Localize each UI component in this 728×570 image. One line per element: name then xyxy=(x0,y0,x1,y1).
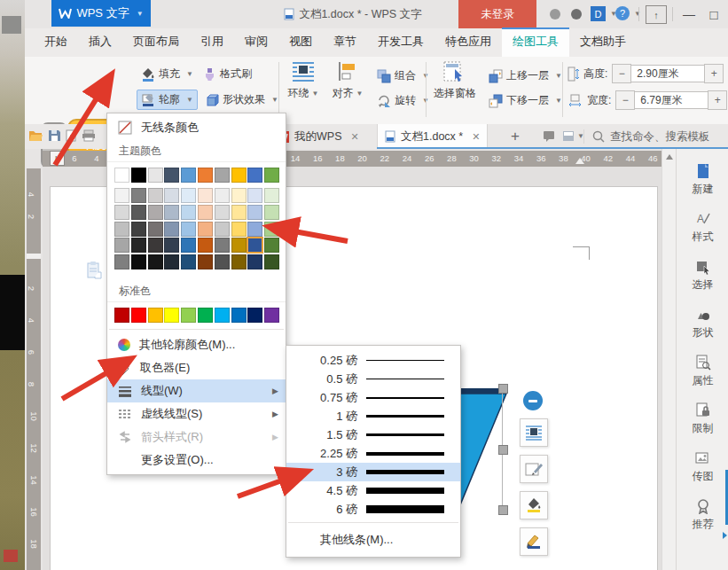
theme-tint-swatch[interactable] xyxy=(215,188,230,203)
menu-tab-章节[interactable]: 章节 xyxy=(323,27,367,57)
theme-tint-swatch[interactable] xyxy=(231,188,247,203)
theme-tint-swatch[interactable] xyxy=(164,254,179,269)
selected-color-swatch[interactable] xyxy=(247,238,262,253)
theme-tint-swatch[interactable] xyxy=(131,188,146,203)
tab-close-icon[interactable]: ✕ xyxy=(350,131,358,143)
sidebar-item-选择[interactable]: 选择 xyxy=(677,259,728,293)
sidebar-item-属性[interactable]: 属性 xyxy=(677,355,728,388)
standard-color-swatch[interactable] xyxy=(181,308,196,323)
theme-tint-swatch[interactable] xyxy=(215,254,230,269)
theme-color-swatch[interactable] xyxy=(215,168,230,183)
float-outline-color-button[interactable] xyxy=(520,527,548,556)
width-increase-button[interactable]: + xyxy=(708,90,727,110)
height-increase-button[interactable]: + xyxy=(704,64,724,83)
send-backward-button[interactable]: 下移一层▼ xyxy=(484,90,567,111)
menu-tab-特色应用[interactable]: 特色应用 xyxy=(434,27,502,57)
theme-tint-swatch[interactable] xyxy=(215,238,230,253)
theme-tint-swatch[interactable] xyxy=(247,222,262,237)
format-painter-button[interactable]: 格式刷 xyxy=(199,64,256,84)
menu-item-more-outline-colors[interactable]: 其他轮廓颜色(M)... xyxy=(107,333,286,356)
theme-tint-swatch[interactable] xyxy=(264,254,279,269)
theme-tint-swatch[interactable] xyxy=(181,238,196,253)
menu-tab-开始[interactable]: 开始 xyxy=(34,27,78,57)
theme-tint-swatch[interactable] xyxy=(114,205,129,220)
menu-tab-插入[interactable]: 插入 xyxy=(78,27,122,57)
new-tab-button[interactable]: + xyxy=(511,128,520,145)
theme-tint-swatch[interactable] xyxy=(198,238,213,253)
float-wrap-button[interactable] xyxy=(520,418,548,447)
theme-color-swatch[interactable] xyxy=(247,168,262,183)
theme-tint-swatch[interactable] xyxy=(164,205,179,220)
login-button[interactable]: 未登录 xyxy=(458,0,536,28)
theme-tint-swatch[interactable] xyxy=(215,205,230,220)
menu-item-dash-style[interactable]: 虚线线型(S) ▶ xyxy=(107,402,286,426)
theme-tint-swatch[interactable] xyxy=(231,238,247,253)
theme-tint-swatch[interactable] xyxy=(181,222,196,237)
group-button[interactable]: 组合▼ xyxy=(372,66,434,86)
height-decrease-button[interactable]: − xyxy=(612,64,631,83)
vertical-scrollbar[interactable] xyxy=(661,149,677,570)
settings-icon[interactable] xyxy=(571,9,582,20)
menu-tab-文档助手[interactable]: 文档助手 xyxy=(569,27,637,57)
theme-tint-swatch[interactable] xyxy=(198,205,213,220)
print-icon[interactable] xyxy=(82,129,96,144)
menu-tab-页面布局[interactable]: 页面布局 xyxy=(122,27,190,57)
wps-logo-button[interactable]: WPS 文字 ▼ xyxy=(51,0,151,27)
theme-tint-swatch[interactable] xyxy=(215,222,230,237)
standard-color-swatch[interactable] xyxy=(148,308,163,323)
theme-tint-swatch[interactable] xyxy=(164,238,179,253)
rotate-button[interactable]: 旋转▼ xyxy=(372,90,434,111)
paste-anchor-icon[interactable] xyxy=(87,261,102,282)
line-weight-item[interactable]: 0.5 磅 xyxy=(286,370,460,388)
sidebar-item-形状[interactable]: 形状 xyxy=(677,307,728,340)
theme-tint-swatch[interactable] xyxy=(264,188,279,203)
sidebar-item-样式[interactable]: A样式 xyxy=(677,211,728,245)
theme-tint-swatch[interactable] xyxy=(198,254,213,269)
theme-tint-swatch[interactable] xyxy=(181,188,196,203)
view-mode-button[interactable]: ▼ xyxy=(562,130,584,142)
shape-effects-button[interactable]: 形状效果▼ xyxy=(200,90,283,110)
float-shape-style-button[interactable] xyxy=(520,455,548,483)
theme-tint-swatch[interactable] xyxy=(231,254,247,269)
line-weight-item-selected[interactable]: 3 磅 xyxy=(286,463,460,481)
open-folder-icon[interactable] xyxy=(28,129,43,144)
standard-color-swatch[interactable] xyxy=(114,308,129,323)
resize-handle-right[interactable] xyxy=(498,445,508,455)
standard-color-swatch[interactable] xyxy=(164,308,179,323)
theme-tint-swatch[interactable] xyxy=(114,254,129,269)
bring-forward-button[interactable]: 上移一层▼ xyxy=(484,66,567,86)
export-pdf-icon[interactable] xyxy=(66,129,78,144)
standard-color-swatch[interactable] xyxy=(198,308,213,323)
menu-item-arrow-style[interactable]: 箭头样式(R) ▶ xyxy=(107,426,286,449)
wrap-button[interactable]: 环绕▼ xyxy=(282,60,325,101)
line-weight-item[interactable]: 2.25 磅 xyxy=(286,444,460,463)
theme-color-swatch[interactable] xyxy=(264,168,279,183)
line-weight-item[interactable]: 6 磅 xyxy=(286,500,460,519)
sync-status-icon[interactable] xyxy=(550,9,560,20)
theme-tint-swatch[interactable] xyxy=(198,222,213,237)
standard-color-swatch[interactable] xyxy=(247,308,262,323)
theme-tint-swatch[interactable] xyxy=(264,222,279,237)
standard-color-swatch[interactable] xyxy=(215,308,230,323)
standard-color-swatch[interactable] xyxy=(264,308,279,323)
standard-color-swatch[interactable] xyxy=(131,308,146,323)
line-weight-item[interactable]: 1.5 磅 xyxy=(286,426,460,444)
line-weight-item[interactable]: 1 磅 xyxy=(286,407,460,426)
line-weight-item[interactable]: 0.25 磅 xyxy=(286,351,460,370)
theme-tint-swatch[interactable] xyxy=(148,222,163,237)
menu-item-no-line-color[interactable]: 无线条颜色 xyxy=(107,116,286,139)
theme-tint-swatch[interactable] xyxy=(247,205,262,220)
sidebar-item-新建[interactable]: 新建 xyxy=(677,163,728,197)
menu-tab-开发工具[interactable]: 开发工具 xyxy=(367,27,434,57)
theme-color-swatch[interactable] xyxy=(198,168,213,183)
standard-color-swatch[interactable] xyxy=(231,308,247,323)
theme-tint-swatch[interactable] xyxy=(114,238,129,253)
sidebar-item-传图[interactable]: 传图 xyxy=(677,450,728,484)
theme-tint-swatch[interactable] xyxy=(264,205,279,220)
theme-tint-swatch[interactable] xyxy=(181,254,196,269)
theme-tint-swatch[interactable] xyxy=(264,238,279,253)
theme-tint-swatch[interactable] xyxy=(148,238,163,253)
theme-tint-swatch[interactable] xyxy=(131,222,146,237)
menu-tab-审阅[interactable]: 审阅 xyxy=(234,27,278,57)
theme-color-swatch[interactable] xyxy=(114,168,129,183)
